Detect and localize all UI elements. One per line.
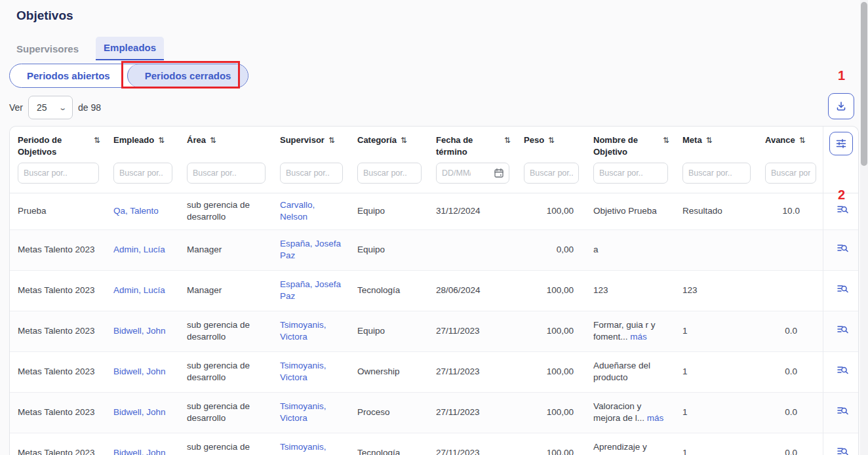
page-size-select[interactable]: 25 ⌄ [28, 96, 73, 119]
annotation-number-1: 1 [838, 68, 845, 83]
table-row: Metas Talento 2023Admin, LucíaManagerEsp… [10, 229, 859, 270]
cell-categoria: Equipo [349, 229, 428, 270]
objetivos-table-card: Periodo de Objetivos⇅Empleado⇅Área⇅Super… [9, 126, 859, 455]
row-detail-button[interactable] [837, 445, 849, 455]
filter-supervisor-input[interactable] [280, 163, 343, 184]
cell-meta: 1 [675, 392, 757, 433]
scrollbar-thumb[interactable] [861, 2, 867, 166]
supervisor-link[interactable]: Tsimoyanis, Victora [280, 320, 326, 342]
supervisor-link[interactable]: Carvallo, Nelson [280, 200, 315, 222]
filter-empleado-input[interactable] [113, 163, 172, 184]
annotation-number-2: 2 [838, 188, 845, 203]
cell-nombre: Objetivo Prueba [585, 193, 675, 229]
sort-icon[interactable]: ⇅ [401, 135, 407, 146]
cell-fecha: 31/12/2024 [428, 193, 516, 229]
table-row: Metas Talento 2023Bidwell, Johnsub geren… [10, 351, 859, 392]
cell-avance [757, 270, 823, 311]
filter-periodo-input[interactable] [18, 163, 99, 184]
mas-link[interactable]: más [630, 332, 647, 342]
cell-fecha [428, 229, 516, 270]
list-search-icon [837, 242, 849, 254]
filter-cell-avance [757, 160, 823, 193]
row-detail-button[interactable] [837, 405, 849, 417]
sort-icon[interactable]: ⇅ [94, 135, 100, 146]
column-header-periodo: Periodo de Objetivos⇅ [10, 127, 106, 160]
filter-area-input[interactable] [187, 163, 266, 184]
column-label-area: Área [187, 134, 206, 146]
cell-avance: 0.0 [757, 433, 823, 455]
cell-area: Manager [179, 270, 272, 311]
objective-name: Objetivo Prueba [593, 206, 657, 216]
cell-actions [823, 392, 859, 433]
objective-name: 123 [593, 285, 608, 295]
cell-area: sub gerencia de desarrollo [179, 392, 272, 433]
download-button[interactable] [828, 93, 854, 119]
cell-empleado: Bidwell, John [106, 311, 179, 351]
empleado-link[interactable]: Bidwell, John [113, 448, 166, 455]
cell-empleado: Qa, Talento [106, 193, 179, 229]
filter-nombre-input[interactable] [593, 163, 668, 184]
filter-fecha-date-input[interactable]: DD/MM/AAAA [436, 163, 509, 184]
column-header-categoria: Categoría⇅ [349, 127, 428, 160]
column-header-empleado: Empleado⇅ [106, 127, 179, 160]
cell-actions [823, 433, 859, 455]
empleado-link[interactable]: Bidwell, John [113, 407, 166, 417]
row-detail-button[interactable] [837, 283, 849, 295]
mas-link[interactable]: más [647, 413, 664, 423]
cell-actions [823, 229, 859, 270]
empleado-link[interactable]: Admin, Lucía [113, 245, 165, 254]
cell-fecha: 27/11/2023 [428, 311, 516, 351]
empleado-link[interactable]: Bidwell, John [113, 326, 166, 336]
cell-fecha: 27/11/2023 [428, 351, 516, 392]
filter-cell-periodo [10, 160, 106, 193]
row-detail-button[interactable] [837, 323, 849, 336]
column-header-nombre: Nombre de Objetivo⇅ [585, 127, 675, 160]
cell-nombre: 123 [585, 270, 675, 311]
sort-icon[interactable]: ⇅ [158, 135, 165, 146]
calendar-icon[interactable] [494, 168, 504, 178]
sort-icon[interactable]: ⇅ [663, 135, 669, 146]
column-label-avance: Avance [765, 134, 795, 146]
sliders-icon [835, 138, 847, 149]
sort-icon[interactable]: ⇅ [799, 135, 806, 146]
sort-icon[interactable]: ⇅ [548, 135, 555, 146]
row-detail-button[interactable] [837, 242, 849, 254]
filter-peso-input[interactable] [524, 163, 579, 184]
cell-supervisor: Tsimoyanis, Victora [272, 433, 349, 455]
list-search-icon [837, 364, 849, 376]
cell-peso: 100,00 [516, 433, 585, 455]
periodos-abiertos-button[interactable]: Periodos abiertos [10, 64, 127, 87]
column-header-area: Área⇅ [179, 127, 272, 160]
supervisor-link[interactable]: Tsimoyanis, Victora [280, 361, 326, 382]
sort-icon[interactable]: ⇅ [210, 135, 216, 146]
ver-label: Ver [9, 102, 23, 113]
row-detail-button[interactable] [837, 203, 849, 216]
sort-icon[interactable]: ⇅ [706, 135, 713, 146]
empleado-link[interactable]: Admin, Lucía [113, 285, 165, 295]
column-settings-button[interactable] [829, 132, 853, 155]
column-header-supervisor: Supervisor⇅ [272, 127, 349, 160]
sort-icon[interactable]: ⇅ [504, 135, 511, 146]
cell-nombre: Valoracion y mejora de l... más [585, 392, 675, 433]
cell-periodo: Metas Talento 2023 [10, 270, 106, 311]
row-detail-button[interactable] [837, 364, 849, 376]
tab-empleados[interactable]: Empleados [96, 37, 164, 60]
filter-categoria-input[interactable] [357, 163, 422, 184]
periodos-cerrados-button[interactable]: Periodos cerrados [127, 64, 248, 87]
empleado-link[interactable]: Bidwell, John [113, 366, 166, 376]
sort-icon[interactable]: ⇅ [328, 135, 335, 146]
filter-meta-input[interactable] [682, 163, 751, 184]
cell-supervisor: Tsimoyanis, Victora [272, 351, 349, 392]
supervisor-link[interactable]: España, Josefa Paz [280, 239, 341, 260]
empleado-link[interactable]: Qa, Talento [113, 206, 159, 216]
cell-peso: 100,00 [516, 392, 585, 433]
tab-supervisores[interactable]: Supervisores [16, 38, 87, 60]
supervisor-link[interactable]: Tsimoyanis, Victora [280, 442, 326, 455]
supervisor-link[interactable]: España, Josefa Paz [280, 279, 341, 301]
cell-categoria: Ownership [349, 351, 428, 392]
page-size-row: Ver 25 ⌄ de 98 [9, 96, 101, 119]
filter-cell-peso [516, 160, 585, 193]
cell-avance: 0.0 [757, 311, 823, 351]
filter-avance-input[interactable] [765, 163, 816, 184]
supervisor-link[interactable]: Tsimoyanis, Victora [280, 401, 326, 423]
